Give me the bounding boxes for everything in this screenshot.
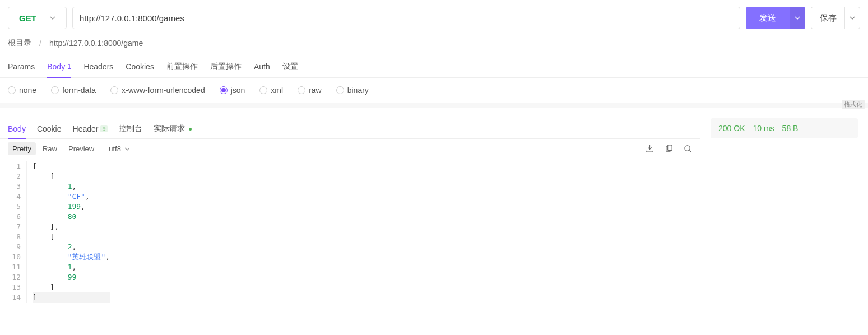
response-area: Body Cookie Header 9 控制台 实际请求 Pretty Raw…: [0, 108, 700, 305]
radio-circle-icon: [298, 86, 305, 94]
tab-auth[interactable]: Auth: [254, 57, 270, 77]
tab-cookies[interactable]: Cookies: [126, 57, 154, 77]
save-button[interactable]: 保存: [811, 7, 844, 29]
response-toolbar: Pretty Raw Preview utf8: [0, 138, 700, 159]
radio-raw[interactable]: raw: [298, 86, 322, 95]
chevron-down-icon: [124, 147, 130, 151]
line-gutter: 1234567891011121314: [0, 161, 27, 303]
header-count-badge: 9: [100, 125, 107, 132]
radio-circle-icon: [259, 86, 267, 94]
tab-settings[interactable]: 设置: [282, 56, 298, 77]
svg-point-2: [684, 146, 689, 151]
copy-icon[interactable]: [664, 145, 673, 153]
radio-json[interactable]: json: [220, 86, 245, 95]
radio-form-data[interactable]: form-data: [51, 86, 96, 95]
save-options-button[interactable]: [844, 7, 860, 29]
status-time: 10 ms: [753, 124, 774, 133]
format-buttons: Pretty Raw Preview: [8, 142, 99, 155]
tab-body[interactable]: Body 1: [47, 57, 71, 78]
request-tabs: Params Body 1 Headers Cookies 前置操作 后置操作 …: [0, 56, 868, 78]
radio-circle-icon: [336, 86, 344, 94]
url-input[interactable]: [72, 7, 740, 29]
breadcrumb: 根目录 / http://127.0.0.1:8000/game: [0, 36, 868, 56]
response-tools: [645, 145, 692, 153]
svg-rect-1: [667, 145, 672, 150]
resp-tab-body[interactable]: Body: [8, 120, 26, 139]
radio-circle-icon: [110, 86, 118, 94]
response-tabs: Body Cookie Header 9 控制台 实际请求: [0, 119, 700, 138]
response-body-view[interactable]: 1234567891011121314 [ [ 1, "CF", 199, 80…: [0, 159, 700, 305]
chevron-down-icon: [795, 16, 800, 20]
resp-tab-header-label: Header: [73, 124, 99, 133]
status-box: 200 OK 10 ms 58 B: [711, 118, 858, 138]
radio-urlencoded[interactable]: x-www-form-urlencoded: [110, 86, 205, 95]
method-select[interactable]: GET: [8, 7, 67, 29]
radio-binary[interactable]: binary: [336, 86, 369, 95]
chevron-down-icon: [50, 16, 55, 20]
breadcrumb-separator: /: [39, 39, 41, 48]
resp-tab-header[interactable]: Header 9: [73, 120, 108, 138]
status-panel: 200 OK 10 ms 58 B: [700, 108, 868, 305]
tab-post-actions[interactable]: 后置操作: [210, 56, 242, 77]
tab-pre-actions[interactable]: 前置操作: [166, 56, 198, 77]
fmt-raw[interactable]: Raw: [38, 142, 62, 155]
status-code: 200 OK: [718, 124, 745, 133]
radio-circle-icon: [220, 86, 228, 94]
breadcrumb-root[interactable]: 根目录: [8, 38, 31, 48]
send-button-group: 发送: [746, 7, 805, 29]
format-button[interactable]: 格式化: [842, 100, 865, 109]
radio-none[interactable]: none: [8, 86, 36, 95]
encoding-label: utf8: [109, 145, 121, 153]
code-content: [ [ 1, "CF", 199, 80 ], [ 2, "英雄联盟", 1, …: [27, 161, 110, 303]
encoding-select[interactable]: utf8: [109, 145, 130, 153]
tab-params[interactable]: Params: [8, 57, 35, 77]
breadcrumb-current[interactable]: http://127.0.0.1:8000/game: [49, 39, 143, 48]
response-split: Body Cookie Header 9 控制台 实际请求 Pretty Raw…: [0, 108, 868, 305]
chevron-down-icon: [850, 16, 855, 20]
body-editor-bar: 格式化: [0, 103, 868, 108]
tab-body-count: 1: [67, 62, 71, 71]
method-label: GET: [19, 13, 36, 23]
download-icon[interactable]: [645, 145, 654, 153]
radio-circle-icon: [51, 86, 59, 94]
resp-tab-cookie[interactable]: Cookie: [37, 120, 62, 138]
radio-circle-icon: [8, 86, 16, 94]
status-size: 58 B: [782, 124, 799, 133]
tab-headers[interactable]: Headers: [83, 57, 113, 77]
save-button-group: 保存: [811, 7, 860, 29]
radio-xml[interactable]: xml: [259, 86, 283, 95]
resp-tab-actual[interactable]: 实际请求: [154, 119, 192, 138]
body-type-row: none form-data x-www-form-urlencoded jso…: [0, 78, 868, 103]
fmt-preview[interactable]: Preview: [64, 142, 99, 155]
request-bar: GET 发送 保存: [0, 0, 868, 36]
send-options-button[interactable]: [790, 7, 805, 29]
tab-body-label: Body: [47, 62, 65, 71]
search-icon[interactable]: [683, 145, 692, 153]
fmt-pretty[interactable]: Pretty: [8, 142, 36, 155]
send-button[interactable]: 发送: [746, 7, 790, 29]
resp-tab-console[interactable]: 控制台: [119, 119, 142, 138]
